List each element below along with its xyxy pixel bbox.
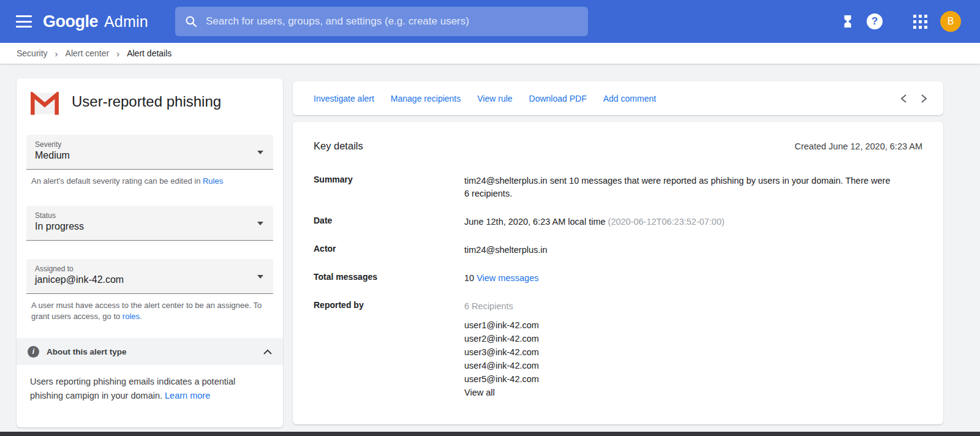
chevron-up-icon[interactable] [263, 349, 272, 355]
chevron-down-icon [257, 151, 263, 154]
breadcrumb-alert-details: Alert details [127, 48, 172, 58]
breadcrumb-alert-center[interactable]: Alert center [66, 48, 110, 58]
created-timestamp: Created June 12, 2020, 6:23 AM [794, 141, 922, 151]
summary-row: Summary tim24@shelterplus.in sent 10 mes… [314, 175, 922, 200]
total-messages-value: 10 View messages [464, 272, 538, 285]
recipients-count: 6 Recipients [464, 300, 539, 313]
key-details-header: Key details Created June 12, 2020, 6:23 … [314, 140, 922, 152]
total-messages-count: 10 [464, 273, 477, 283]
chevron-right-icon: › [116, 48, 119, 59]
investigate-alert-button[interactable]: Investigate alert [314, 94, 374, 103]
status-dropdown[interactable]: Status In progress [26, 206, 273, 241]
reported-by-value: 6 Recipients user1@ink-42.com user2@ink-… [464, 300, 539, 399]
window-bottom-edge [0, 432, 980, 436]
total-messages-label: Total messages [314, 272, 464, 285]
assigned-to-dropdown[interactable]: Assigned to janicep@ink-42.com [26, 259, 273, 294]
recipient-item: user2@ink-42.com [464, 332, 539, 345]
reported-by-row: Reported by 6 Recipients user1@ink-42.co… [314, 300, 922, 399]
date-row: Date June 12th, 2020, 6:23 AM local time… [314, 216, 922, 228]
breadcrumb-security[interactable]: Security [17, 48, 48, 58]
key-details-title: Key details [314, 140, 363, 152]
avatar-initial: B [940, 11, 961, 32]
alert-header: User-reported phishing [17, 78, 283, 115]
assigned-to-label: Assigned to [35, 265, 265, 273]
apps-grid-icon[interactable] [907, 8, 933, 35]
actor-label: Actor [314, 244, 464, 257]
hourglass-icon[interactable] [834, 8, 861, 35]
recipients-list: user1@ink-42.com user2@ink-42.com user3@… [464, 318, 539, 399]
manage-recipients-button[interactable]: Manage recipients [391, 94, 461, 103]
severity-note: An alert's default severity rating can b… [31, 176, 268, 187]
next-alert-icon[interactable] [921, 94, 927, 103]
breadcrumb: Security › Alert center › Alert details [0, 43, 980, 64]
severity-label: Severity [35, 140, 265, 149]
status-label: Status [35, 211, 265, 220]
roles-link[interactable]: roles [123, 312, 140, 321]
actor-value: tim24@shelterplus.in [464, 244, 548, 257]
alert-summary-panel: User-reported phishing Severity Medium A… [17, 78, 283, 427]
view-all-link[interactable]: View all [464, 386, 539, 399]
download-pdf-button[interactable]: Download PDF [529, 94, 587, 103]
account-avatar[interactable]: B [937, 8, 964, 35]
date-label: Date [314, 216, 464, 228]
admin-console-page: Google Admin ? B Security › Alert center [0, 0, 980, 436]
key-details-card: Key details Created June 12, 2020, 6:23 … [293, 122, 943, 424]
brand-logo: Google Admin [43, 12, 148, 31]
assignee-note: A user must have access to the alert cen… [31, 300, 268, 322]
google-logo-text: Google [43, 12, 98, 31]
actor-row: Actor tim24@shelterplus.in [314, 244, 922, 257]
about-alert-type-header[interactable]: i About this alert type [17, 338, 283, 365]
app-bar-actions: ? B [834, 0, 964, 43]
recipient-item: user4@ink-42.com [464, 359, 539, 372]
severity-value: Medium [35, 150, 265, 161]
assigned-to-value: janicep@ink-42.com [35, 274, 265, 285]
learn-more-link[interactable]: Learn more [165, 391, 210, 400]
reported-by-label: Reported by [314, 300, 464, 399]
view-rule-button[interactable]: View rule [477, 94, 512, 103]
help-icon[interactable]: ? [861, 8, 888, 35]
search-icon [185, 15, 197, 28]
recipient-item: user1@ink-42.com [464, 318, 539, 332]
severity-dropdown[interactable]: Severity Medium [26, 135, 273, 170]
total-messages-row: Total messages 10 View messages [314, 272, 922, 285]
assignee-note-suffix: . [140, 312, 142, 321]
date-local-time: June 12th, 2020, 6:23 AM local time [464, 217, 608, 227]
menu-icon[interactable] [16, 15, 32, 28]
chevron-right-icon: › [55, 48, 58, 59]
alert-pagination [900, 94, 927, 103]
summary-label: Summary [314, 175, 464, 200]
view-messages-link[interactable]: View messages [477, 273, 538, 283]
about-alert-type-body: Users reporting phishing emails indicate… [17, 365, 283, 403]
previous-alert-icon[interactable] [900, 94, 907, 103]
summary-value: tim24@shelterplus.in sent 10 messages th… [464, 175, 893, 200]
chevron-down-icon [257, 275, 263, 279]
date-iso-timestamp: (2020-06-12T06:23:52-07:00) [608, 217, 725, 227]
add-comment-button[interactable]: Add comment [603, 94, 656, 103]
date-value: June 12th, 2020, 6:23 AM local time (202… [464, 216, 725, 228]
about-alert-type-title: About this alert type [47, 347, 263, 356]
search-input[interactable] [206, 15, 578, 28]
assignee-note-text: A user must have access to the alert cen… [31, 301, 262, 321]
info-icon: i [28, 346, 39, 358]
alert-actions-bar: Investigate alert Manage recipients View… [293, 81, 943, 115]
recipient-item: user5@ink-42.com [464, 372, 539, 386]
rules-link[interactable]: Rules [203, 176, 223, 186]
severity-note-text: An alert's default severity rating can b… [31, 176, 203, 186]
alert-type-title: User-reported phishing [72, 92, 221, 111]
app-bar: Google Admin ? B [0, 0, 980, 43]
admin-logo-text: Admin [104, 13, 148, 31]
status-value: In progress [35, 221, 265, 232]
chevron-down-icon [257, 222, 263, 225]
search-box[interactable] [175, 7, 588, 36]
gmail-icon [30, 92, 59, 115]
recipient-item: user3@ink-42.com [464, 345, 539, 359]
